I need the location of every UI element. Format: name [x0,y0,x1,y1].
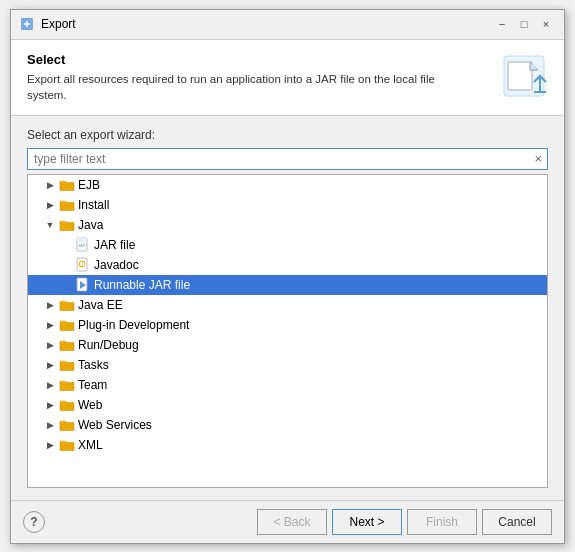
item-label: Java [78,219,103,231]
header-title: Select [27,52,457,67]
item-label: Run/Debug [78,339,139,351]
help-button[interactable]: ? [23,511,45,533]
expand-arrow: ▶ [44,359,56,371]
tree-item[interactable]: ▶ Plug-in Development [28,315,547,335]
folder-icon [59,338,75,352]
expand-arrow: ▼ [44,219,56,231]
folder-icon [59,318,75,332]
filter-input[interactable] [28,149,529,169]
maximize-button[interactable]: □ [514,14,534,34]
expand-arrow [60,279,72,291]
header-description: Export all resources required to run an … [27,71,457,103]
tree-item[interactable]: ▶ Team [28,375,547,395]
expand-arrow: ▶ [44,319,56,331]
tree-container[interactable]: ▶ EJB ▶ Install ▼ Java [27,174,548,488]
folder-icon [59,298,75,312]
folder-icon [59,378,75,392]
item-label: EJB [78,179,100,191]
item-label: Javadoc [94,259,139,271]
expand-arrow: ▶ [44,379,56,391]
item-label: JAR file [94,239,135,251]
tree-item[interactable]: ▶ Install [28,195,547,215]
title-controls: − □ × [492,14,556,34]
header-text: Select Export all resources required to … [27,52,457,103]
dialog-title: Export [41,17,76,31]
folder-icon [59,418,75,432]
minimize-button[interactable]: − [492,14,512,34]
item-label: Web [78,399,102,411]
folder-icon [59,198,75,212]
expand-arrow: ▶ [44,419,56,431]
tree-item[interactable]: ▶ Tasks [28,355,547,375]
runnable-jar-icon [75,277,91,293]
item-label: XML [78,439,103,451]
expand-arrow: ▶ [44,199,56,211]
expand-arrow: ▶ [44,439,56,451]
item-label: Runnable JAR file [94,279,190,291]
svg-rect-2 [508,62,532,90]
title-bar-left: Export [19,16,76,32]
item-label: Web Services [78,419,152,431]
item-label: Java EE [78,299,123,311]
folder-icon [59,358,75,372]
export-icon [500,52,548,100]
tree-item[interactable]: ▶ Java EE [28,295,547,315]
header-area: Select Export all resources required to … [11,40,564,116]
close-button[interactable]: × [536,14,556,34]
title-bar: Export − □ × [11,10,564,40]
expand-arrow [60,239,72,251]
item-label: Install [78,199,109,211]
tree-item[interactable]: ▶ EJB [28,175,547,195]
svg-rect-6 [77,238,87,242]
footer: ? < Back Next > Finish Cancel [11,500,564,543]
footer-left: ? [23,511,45,533]
tree-item[interactable]: ▶ Web [28,395,547,415]
item-label: Plug-in Development [78,319,189,331]
tree-item[interactable]: ▶ Run/Debug [28,335,547,355]
item-label: Team [78,379,107,391]
tree-item[interactable]: ▼ Java [28,215,547,235]
folder-icon [59,178,75,192]
jar-icon: JAR [75,237,91,253]
back-button[interactable]: < Back [257,509,327,535]
folder-icon [59,398,75,412]
export-dialog: Export − □ × Select Export all resources… [10,9,565,544]
tree-item[interactable]: ▶ XML [28,435,547,455]
expand-arrow: ▶ [44,339,56,351]
filter-container: × [27,148,548,170]
expand-arrow: ▶ [44,179,56,191]
cancel-button[interactable]: Cancel [482,509,552,535]
footer-buttons: < Back Next > Finish Cancel [257,509,552,535]
item-label: Tasks [78,359,109,371]
content-area: Select an export wizard: × ▶ EJB ▶ [11,116,564,500]
filter-clear-button[interactable]: × [529,149,547,168]
folder-icon [59,438,75,452]
tree-item-selected[interactable]: Runnable JAR file [28,275,547,295]
expand-arrow: ▶ [44,399,56,411]
expand-arrow: ▶ [44,299,56,311]
tree-item[interactable]: JAR JAR file [28,235,547,255]
next-button[interactable]: Next > [332,509,402,535]
tree-item[interactable]: ▶ Web Services [28,415,547,435]
folder-icon [59,218,75,232]
expand-arrow [60,259,72,271]
wizard-label: Select an export wizard: [27,128,548,142]
finish-button[interactable]: Finish [407,509,477,535]
dialog-icon [19,16,35,32]
javadoc-icon: J [75,257,91,273]
svg-text:JAR: JAR [78,243,86,248]
tree-item[interactable]: J Javadoc [28,255,547,275]
